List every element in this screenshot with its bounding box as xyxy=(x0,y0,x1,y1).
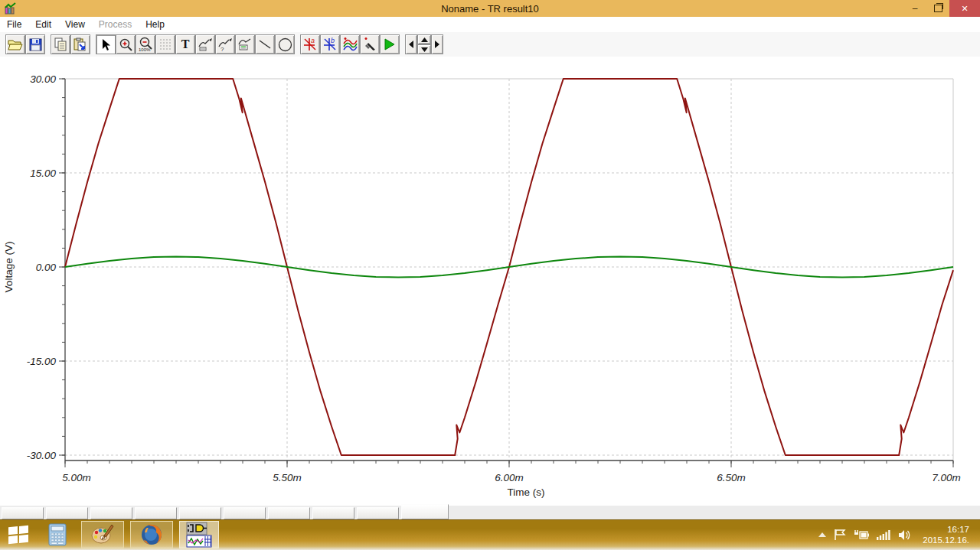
y-tick-label: 0.00 xyxy=(36,262,57,273)
power-status-button[interactable] xyxy=(854,529,869,540)
paste-button[interactable] xyxy=(70,34,90,54)
probe-a-button[interactable] xyxy=(195,34,215,54)
copy-icon xyxy=(54,37,67,51)
menu-file[interactable]: File xyxy=(0,18,28,31)
select-cursor-button[interactable] xyxy=(96,34,116,54)
menu-help[interactable]: Help xyxy=(139,18,172,31)
windows-logo-icon xyxy=(8,526,28,545)
page-tab[interactable] xyxy=(2,507,44,519)
action-center-button[interactable] xyxy=(834,529,846,541)
probe-curve-question-icon: ? xyxy=(217,37,233,52)
menu-view[interactable]: View xyxy=(58,18,92,31)
volume-button[interactable] xyxy=(898,529,911,541)
line-icon xyxy=(258,39,272,50)
tray-expand-button[interactable] xyxy=(818,532,826,537)
restore-button[interactable] xyxy=(926,0,949,17)
y-tick-label: 15.00 xyxy=(30,168,56,179)
x-tick-label: 6.50m xyxy=(717,472,746,483)
probe-b-button[interactable]: ? xyxy=(215,34,235,54)
nav-down-button[interactable] xyxy=(417,44,431,54)
nav-right-button[interactable] xyxy=(431,34,443,54)
page-tab[interactable] xyxy=(268,507,310,519)
nav-left-button[interactable] xyxy=(405,34,417,54)
application-window: Noname - TR result10 – ✕ File Edit View … xyxy=(0,0,980,550)
cursor-a-button[interactable]: a xyxy=(300,34,320,54)
play-icon xyxy=(384,38,396,50)
signal-bars-icon xyxy=(877,529,890,540)
probe-curve-icon xyxy=(198,37,213,52)
ellipse-tool-button[interactable] xyxy=(275,34,295,54)
menu-bar: File Edit View Process Help xyxy=(0,17,980,33)
page-tab[interactable] xyxy=(46,507,88,519)
page-tab[interactable] xyxy=(135,507,177,519)
grid-icon xyxy=(159,38,172,50)
calculator-icon xyxy=(48,523,67,546)
y-tick-label: 30.00 xyxy=(30,73,56,85)
text-tool-button[interactable]: T xyxy=(175,34,195,54)
page-tab[interactable] xyxy=(357,507,399,519)
menu-edit[interactable]: Edit xyxy=(28,18,58,31)
zoom-out-button[interactable]: 100% xyxy=(136,34,155,54)
tina-icon xyxy=(185,522,213,548)
grid-button xyxy=(155,34,175,54)
left-arrow-icon xyxy=(408,41,414,48)
x-tick-label: 5.00m xyxy=(62,472,91,483)
cursor-b-button[interactable]: b xyxy=(320,34,340,54)
x-axis-title: Time (s) xyxy=(508,487,545,498)
annotation-button[interactable] xyxy=(235,34,255,54)
save-floppy-icon xyxy=(29,38,42,51)
add-probe-button[interactable] xyxy=(360,34,380,54)
page-tab[interactable] xyxy=(224,507,266,519)
cursor-b-icon: b xyxy=(322,37,338,52)
add-curve-icon xyxy=(342,37,358,52)
system-tray: 16:17 2015.12.16. xyxy=(815,519,980,550)
taskbar-item-paint[interactable] xyxy=(81,521,124,548)
taskbar: 16:17 2015.12.16. xyxy=(0,519,980,550)
open-button[interactable] xyxy=(5,34,25,54)
zoom-in-button[interactable] xyxy=(116,34,136,54)
x-tick-label: 7.00m xyxy=(932,472,961,483)
save-button[interactable] xyxy=(25,34,45,54)
zoom-out-icon: 100% xyxy=(138,37,154,52)
clock-time: 16:17 xyxy=(923,524,969,535)
taskbar-item-tina[interactable] xyxy=(179,521,219,548)
add-probe-icon xyxy=(362,37,377,52)
page-tab[interactable] xyxy=(90,507,132,519)
chart-panel: 5.00m5.50m6.00m6.50m7.00m30.0015.000.00-… xyxy=(0,57,980,503)
ellipse-icon xyxy=(278,37,292,52)
restore-icon xyxy=(934,5,942,12)
annotation-icon xyxy=(237,37,253,51)
zoom-in-icon xyxy=(119,37,133,52)
svg-text:100%: 100% xyxy=(139,47,151,52)
nav-up-button[interactable] xyxy=(417,34,431,44)
svg-text:?: ? xyxy=(220,46,224,52)
y-axis-title: Voltage (V) xyxy=(3,242,15,293)
toolbar: 100% T xyxy=(0,32,980,57)
paint-icon xyxy=(90,523,115,546)
run-button[interactable] xyxy=(380,34,400,54)
page-tab[interactable] xyxy=(312,507,354,519)
taskbar-item-calculator[interactable] xyxy=(40,521,75,548)
page-tab[interactable] xyxy=(179,507,221,519)
cursor-arrow-icon xyxy=(100,38,111,51)
copy-button[interactable] xyxy=(51,34,70,54)
close-button[interactable]: ✕ xyxy=(949,0,980,17)
up-arrow-icon xyxy=(421,37,428,42)
start-button[interactable] xyxy=(0,519,37,550)
clock-date: 2015.12.16. xyxy=(923,535,969,545)
battery-plug-icon xyxy=(854,529,869,540)
right-arrow-icon xyxy=(434,41,440,48)
network-status-button[interactable] xyxy=(877,529,890,540)
tab-strip xyxy=(0,503,980,519)
minimize-button[interactable]: – xyxy=(903,0,926,17)
paste-icon xyxy=(74,37,87,51)
chart-canvas[interactable]: 5.00m5.50m6.00m6.50m7.00m30.0015.000.00-… xyxy=(0,57,980,503)
page-tab-active[interactable] xyxy=(401,504,449,519)
clock[interactable]: 16:17 2015.12.16. xyxy=(923,524,969,545)
svg-text:a: a xyxy=(311,37,315,44)
line-tool-button[interactable] xyxy=(255,34,275,54)
x-tick-label: 6.00m xyxy=(495,472,524,483)
svg-text:b: b xyxy=(331,37,335,44)
taskbar-item-firefox[interactable] xyxy=(130,521,173,548)
add-curve-button[interactable] xyxy=(340,34,360,54)
